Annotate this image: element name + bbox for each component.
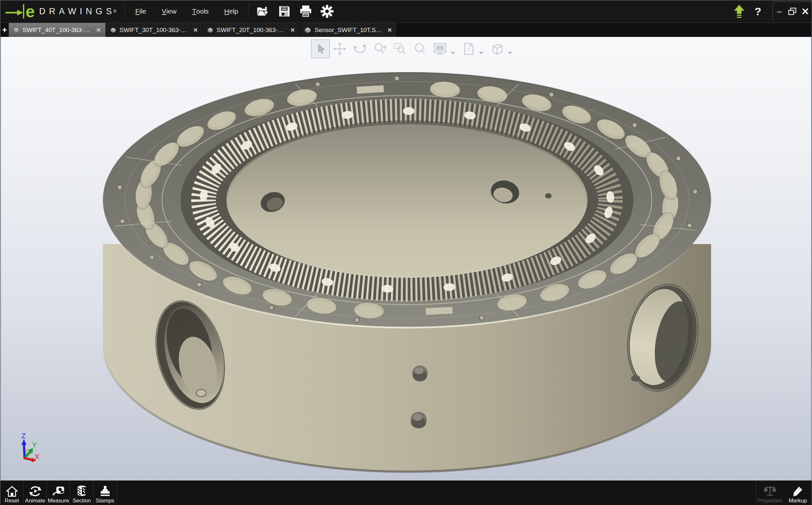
bottom-toolbar: Reset Animate Measure (0, 480, 812, 505)
animate-button[interactable]: Animate (24, 481, 47, 505)
restore-button[interactable] (786, 2, 799, 21)
reset-button[interactable]: Reset (0, 481, 24, 505)
add-tab-button[interactable]: + (0, 23, 9, 37)
markup-pencil-icon (792, 485, 804, 497)
measure-button[interactable]: Measure (47, 481, 70, 505)
help-button[interactable]: ? (749, 2, 767, 21)
animate-label: Animate (25, 498, 45, 504)
title-bar: e DRAWINGS ® File View Tools Help (0, 0, 812, 22)
tab-swift-40t[interactable]: SWIFT_40T_100-363-718.step ✕ (9, 23, 106, 37)
orientation-cube-button[interactable] (487, 39, 507, 58)
part-file-icon (304, 26, 312, 34)
menu-bar: File View Tools Help (125, 0, 248, 22)
full-screen-icon (433, 42, 447, 55)
tab-close-icon[interactable]: ✕ (193, 26, 199, 34)
brand-text: DRAWINGS (39, 6, 115, 16)
cad-model-sensor-ring[interactable]: Z Y X (1, 37, 812, 480)
section-label: Section (72, 498, 91, 504)
edrawings-arrow-icon: e (5, 3, 36, 20)
publish-up-arrow-icon (733, 4, 746, 18)
part-file-icon (13, 26, 19, 34)
pan-icon (333, 42, 346, 56)
section-icon (76, 485, 88, 497)
zoom-area-icon (393, 42, 407, 56)
part-file-icon (110, 26, 116, 34)
tab-close-icon[interactable]: ✕ (386, 26, 393, 34)
settings-button[interactable] (319, 3, 335, 20)
part-file-icon (207, 26, 214, 34)
stamps-icon (99, 485, 111, 497)
3d-views-dropdown-caret[interactable] (479, 52, 484, 54)
home-icon (6, 486, 18, 497)
menu-tools[interactable]: Tools (185, 0, 216, 22)
orientation-dropdown-caret[interactable] (508, 52, 512, 54)
save-button[interactable] (276, 3, 293, 20)
window-controls: ? – ✕ (730, 0, 812, 22)
view-toolbar (311, 39, 515, 58)
animate-icon (29, 485, 41, 497)
orientation-cube-icon (490, 42, 504, 56)
tab-sensor-swift-10t[interactable]: Sensor_SWIFT_10T.STEP ✕ (300, 23, 397, 37)
section-button[interactable]: Section (70, 481, 93, 505)
axis-z-label: Z (21, 432, 26, 440)
stamps-button[interactable]: Stamps (93, 481, 117, 505)
select-icon (314, 43, 326, 55)
tab-label: SWIFT_20T_100-363-714.step (216, 26, 286, 34)
pan-tool-button[interactable] (330, 39, 350, 58)
measure-label: Measure (47, 498, 69, 504)
minimize-button[interactable]: – (773, 2, 786, 21)
axis-triad: Z Y X (21, 432, 39, 462)
front-hole-upper (412, 365, 428, 381)
rotate-icon (353, 42, 367, 56)
axis-x-label: X (35, 453, 39, 461)
measure-icon (52, 485, 65, 497)
edrawings-window: e DRAWINGS ® File View Tools Help (0, 0, 812, 505)
front-hole-lower (411, 412, 427, 428)
menu-help[interactable]: Help (216, 0, 246, 22)
tab-swift-20t[interactable]: SWIFT_20T_100-363-714.step ✕ (203, 23, 300, 37)
markup-button[interactable]: Markup (784, 481, 812, 505)
open-file-button[interactable] (255, 3, 271, 20)
zoom-fit-button[interactable] (410, 39, 430, 58)
tab-label: Sensor_SWIFT_10T.STEP (315, 26, 384, 34)
bore-wall-hole-small (545, 193, 552, 198)
stamps-label: Stamps (96, 498, 114, 504)
menu-view[interactable]: View (154, 0, 185, 22)
tab-label: SWIFT_40T_100-363-718.step (22, 26, 92, 34)
print-icon (299, 5, 312, 18)
close-button[interactable]: ✕ (799, 2, 812, 21)
full-screen-button[interactable] (430, 39, 450, 58)
settings-gear-icon (320, 5, 334, 18)
print-button[interactable] (297, 3, 314, 20)
properties-scale-icon (764, 485, 776, 497)
document-tab-bar: + SWIFT_40T_100-363-718.step ✕ SWIFT_30T… (0, 22, 812, 37)
save-icon (278, 5, 291, 18)
select-tool-button[interactable] (311, 39, 330, 58)
tab-label: SWIFT_30T_100-363-716.step (119, 26, 189, 34)
3d-drawing-views-icon (462, 42, 475, 56)
markup-label: Markup (789, 498, 807, 504)
logo-e: e (26, 3, 35, 20)
open-file-icon (256, 5, 270, 18)
axis-y-label: Y (32, 441, 37, 449)
reset-label: Reset (5, 498, 19, 504)
publish-button[interactable] (730, 2, 749, 21)
edrawings-logo: e DRAWINGS ® (0, 0, 124, 22)
full-screen-dropdown-caret[interactable] (451, 52, 455, 54)
properties-button[interactable]: Properties (756, 481, 784, 505)
tab-close-icon[interactable]: ✕ (290, 26, 296, 34)
brand-registered-mark: ® (113, 9, 116, 14)
tab-close-icon[interactable]: ✕ (95, 26, 101, 34)
quick-toolbar (249, 3, 341, 20)
zoom-area-button[interactable] (390, 39, 410, 58)
zoom-in-out-button[interactable] (370, 39, 390, 58)
restore-icon (788, 7, 796, 16)
zoom-in-out-icon (373, 42, 386, 56)
3d-viewport[interactable]: Z Y X (0, 37, 812, 480)
3d-drawing-views-button[interactable] (459, 39, 479, 58)
rotate-tool-button[interactable] (350, 39, 370, 58)
menu-file[interactable]: File (127, 0, 154, 22)
tab-swift-30t[interactable]: SWIFT_30T_100-363-716.step ✕ (106, 23, 203, 37)
zoom-fit-icon (413, 42, 427, 56)
properties-label: Properties (757, 498, 782, 504)
